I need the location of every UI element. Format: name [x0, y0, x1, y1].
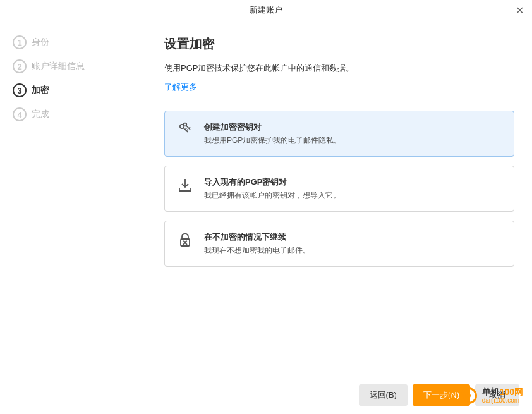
option-description: 我现在不想加密我的电子邮件。	[204, 245, 310, 256]
encryption-options: 创建加密密钥对 我想用PGP加密保护我的电子邮件隐私。 导入现有的PGP密钥对 …	[164, 111, 514, 267]
step-identity: 1 身份	[13, 35, 152, 49]
option-description: 我已经拥有该帐户的密钥对，想导入它。	[204, 190, 341, 201]
option-import-keypair[interactable]: 导入现有的PGP密钥对 我已经拥有该帐户的密钥对，想导入它。	[164, 166, 514, 212]
option-title: 导入现有的PGP密钥对	[204, 176, 341, 188]
step-finish: 4 完成	[13, 107, 152, 121]
option-title: 创建加密密钥对	[204, 121, 341, 133]
option-text: 在不加密的情况下继续 我现在不想加密我的电子邮件。	[204, 231, 310, 256]
close-button[interactable]: ✕	[512, 3, 527, 18]
step-label: 加密	[32, 85, 49, 96]
step-label: 身份	[32, 37, 49, 48]
learn-more-link[interactable]: 了解更多	[164, 82, 197, 93]
step-label: 账户详细信息	[32, 61, 85, 72]
main-area: 1 身份 2 账户详细信息 3 加密 4 完成 设置加密 使用PGP加密技术保护…	[0, 20, 532, 376]
keys-icon	[176, 121, 194, 139]
step-number: 3	[13, 83, 27, 97]
option-title: 在不加密的情况下继续	[204, 231, 310, 243]
step-encryption: 3 加密	[13, 83, 152, 97]
option-text: 导入现有的PGP密钥对 我已经拥有该帐户的密钥对，想导入它。	[204, 176, 341, 201]
cancel-button[interactable]: 取消	[475, 384, 519, 406]
next-button[interactable]: 下一步(N)	[413, 384, 470, 406]
download-icon	[176, 176, 194, 194]
option-create-keypair[interactable]: 创建加密密钥对 我想用PGP加密保护我的电子邮件隐私。	[164, 111, 514, 157]
option-text: 创建加密密钥对 我想用PGP加密保护我的电子邮件隐私。	[204, 121, 341, 146]
titlebar: 新建账户 ✕	[0, 0, 532, 20]
page-description: 使用PGP加密技术保护您在此帐户中的通信和数据。	[164, 63, 514, 74]
option-no-encryption[interactable]: 在不加密的情况下继续 我现在不想加密我的电子邮件。	[164, 221, 514, 267]
step-number: 4	[13, 107, 27, 121]
wizard-steps-sidebar: 1 身份 2 账户详细信息 3 加密 4 完成	[0, 20, 152, 376]
lock-disabled-icon	[176, 231, 194, 249]
window-title: 新建账户	[250, 4, 282, 16]
content-area: 设置加密 使用PGP加密技术保护您在此帐户中的通信和数据。 了解更多 创建加密密…	[152, 20, 532, 376]
footer-buttons: 返回(B) 下一步(N) 取消	[0, 376, 532, 414]
option-description: 我想用PGP加密保护我的电子邮件隐私。	[204, 135, 341, 146]
close-icon: ✕	[516, 4, 524, 16]
step-label: 完成	[32, 109, 49, 120]
page-title: 设置加密	[164, 35, 514, 52]
back-button[interactable]: 返回(B)	[359, 384, 408, 406]
step-account-details: 2 账户详细信息	[13, 59, 152, 73]
step-number: 1	[13, 35, 27, 49]
step-number: 2	[13, 59, 27, 73]
